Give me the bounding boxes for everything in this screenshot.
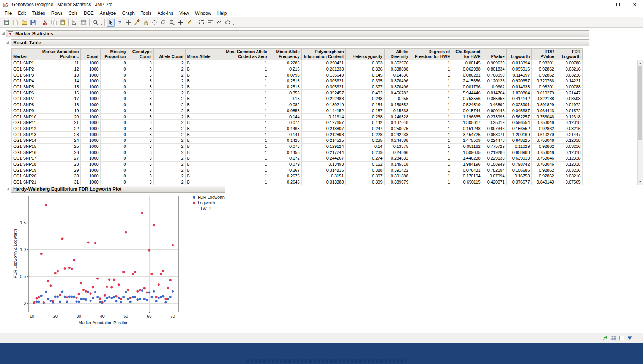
table-cell[interactable]: 0.216 (269, 66, 301, 72)
table-cell[interactable]: 0.2645 (269, 179, 301, 185)
table-cell[interactable]: 0.964443 (531, 108, 556, 114)
table-cell[interactable]: 0.385353 (482, 96, 506, 102)
table-cell[interactable]: 0.248 (345, 96, 384, 102)
table-cell[interactable]: 0.08503 (556, 96, 582, 102)
menu-help[interactable]: Help (214, 9, 230, 17)
make-data-table-button[interactable] (79, 19, 87, 27)
save-file-button[interactable] (29, 19, 37, 27)
scatter-point[interactable] (139, 289, 141, 291)
table-cell[interactable]: 0 (100, 72, 128, 78)
table-cell[interactable]: CG1 SNP10 (12, 114, 38, 120)
table-cell[interactable]: 0.063071 (482, 132, 506, 138)
table-cell[interactable]: 2 (153, 143, 185, 149)
table-cell[interactable]: 1 (410, 102, 452, 108)
table-cell[interactable]: 2 (153, 96, 185, 102)
table-cell[interactable]: 18 (38, 102, 80, 108)
menu-rows[interactable]: Rows (48, 9, 66, 17)
table-cell[interactable]: 0.768959 (482, 72, 506, 78)
table-cell[interactable]: 0.235 (345, 137, 384, 143)
table-cell[interactable]: 1 (222, 90, 269, 96)
scatter-point[interactable] (43, 301, 45, 304)
table-cell[interactable]: 0.782194 (482, 167, 506, 173)
table-cell[interactable]: 0.648825 (506, 137, 531, 143)
red-triangle-menu-button[interactable] (8, 31, 13, 36)
table-cell[interactable]: 0.075 (269, 143, 301, 149)
table-cell[interactable]: 2 (153, 108, 185, 114)
table-cell[interactable]: 0.596554 (506, 119, 531, 126)
table-cell[interactable]: 1.830804 (506, 90, 531, 96)
scatter-point[interactable] (104, 294, 106, 297)
table-cell[interactable]: 0.079 (269, 161, 301, 167)
table-cell[interactable]: 1000 (80, 72, 100, 78)
table-cell[interactable]: CG1 SNP11 (12, 119, 38, 126)
table-cell[interactable]: 1 (222, 60, 269, 66)
table-cell[interactable]: 0.14221 (556, 78, 582, 84)
table-cell[interactable]: 3 (128, 90, 153, 96)
table-cell[interactable]: B (185, 126, 222, 132)
table-cell[interactable]: 1 (410, 155, 452, 162)
table-cell[interactable]: 1 (410, 167, 452, 173)
scatter-point[interactable] (94, 242, 96, 244)
table-cell[interactable]: 0.246528 (384, 114, 410, 120)
table-cell[interactable]: 0.314816 (301, 167, 345, 173)
scatter-point[interactable] (155, 296, 158, 298)
scatter-point[interactable] (125, 231, 127, 234)
scatter-point[interactable] (134, 271, 136, 273)
column-header-count[interactable]: Count (80, 49, 100, 60)
table-cell[interactable]: 0.141 (269, 132, 301, 138)
table-cell[interactable]: 0.610279 (531, 132, 556, 138)
scatter-point[interactable] (148, 249, 150, 252)
table-cell[interactable]: 1.509035 (452, 149, 482, 155)
table-cell[interactable]: 0.753046 (531, 149, 556, 155)
table-cell[interactable]: 1 (410, 126, 452, 132)
table-cell[interactable]: 2 (153, 149, 185, 155)
table-cell[interactable]: 1 (222, 167, 269, 173)
scatter-point[interactable] (40, 253, 43, 255)
search-button[interactable] (91, 19, 99, 27)
scatter-point[interactable] (136, 298, 139, 301)
line-annotation-tool-button[interactable] (206, 19, 214, 27)
table-cell[interactable]: 1 (222, 96, 269, 102)
table-cell[interactable]: 0.389079 (384, 179, 410, 185)
table-cell[interactable]: 0 (100, 60, 128, 66)
table-cell[interactable]: 0.095916 (506, 66, 531, 72)
table-cell[interactable]: 0.753046 (531, 137, 556, 143)
legend-item-fdr-logworth[interactable]: FDR Logworth (193, 195, 225, 200)
table-cell[interactable]: 0.25319 (482, 119, 506, 126)
table-cell[interactable]: CG1 SNP7 (12, 96, 38, 102)
table-cell[interactable]: 0.214525 (301, 137, 345, 143)
table-cell[interactable]: 0.12318 (556, 137, 582, 143)
table-cell[interactable]: 0.353 (345, 60, 384, 66)
table-cell[interactable]: B (185, 90, 222, 96)
table-cell[interactable]: 0.562257 (506, 114, 531, 120)
table-cell[interactable]: 1 (410, 132, 452, 138)
table-cell[interactable]: 1000 (80, 108, 100, 114)
table-cell[interactable]: 2 (153, 155, 185, 162)
table-cell[interactable]: 0 (100, 102, 128, 108)
table-cell[interactable]: 0.120128 (482, 78, 506, 84)
scatter-point[interactable] (92, 297, 94, 299)
data-grid-icon[interactable] (610, 335, 616, 341)
table-cell[interactable]: 0.376496 (384, 84, 410, 90)
table-cell[interactable]: 1000 (80, 137, 100, 143)
table-cell[interactable]: 1000 (80, 143, 100, 149)
table-cell[interactable]: 0.218807 (301, 126, 345, 132)
scatter-point[interactable] (113, 279, 115, 281)
table-cell[interactable]: 0.639913 (506, 155, 531, 162)
table-cell[interactable]: 1 (222, 132, 269, 138)
table-cell[interactable]: 0.00788 (556, 84, 582, 90)
table-cell[interactable]: 0.250075 (384, 126, 410, 132)
table-cell[interactable]: 0.840143 (531, 179, 556, 185)
table-cell[interactable]: 0.13875 (384, 143, 410, 149)
maximize-button[interactable] (610, 0, 626, 9)
table-cell[interactable]: 0.154 (345, 102, 384, 108)
table-cell[interactable]: CG1 SNP4 (12, 78, 38, 84)
table-cell[interactable]: B (185, 78, 222, 84)
table-cell[interactable]: 0.21447 (556, 90, 582, 96)
table-cell[interactable]: 1 (222, 119, 269, 126)
table-cell[interactable]: 1 (410, 90, 452, 96)
table-cell[interactable]: 0.242238 (384, 132, 410, 138)
column-header-genotype[interactable]: Genotype Count (128, 49, 153, 60)
table-cell[interactable]: 0 (100, 78, 128, 84)
column-header-chi-squared[interactable]: Chi-Squared for HWE (452, 49, 482, 60)
